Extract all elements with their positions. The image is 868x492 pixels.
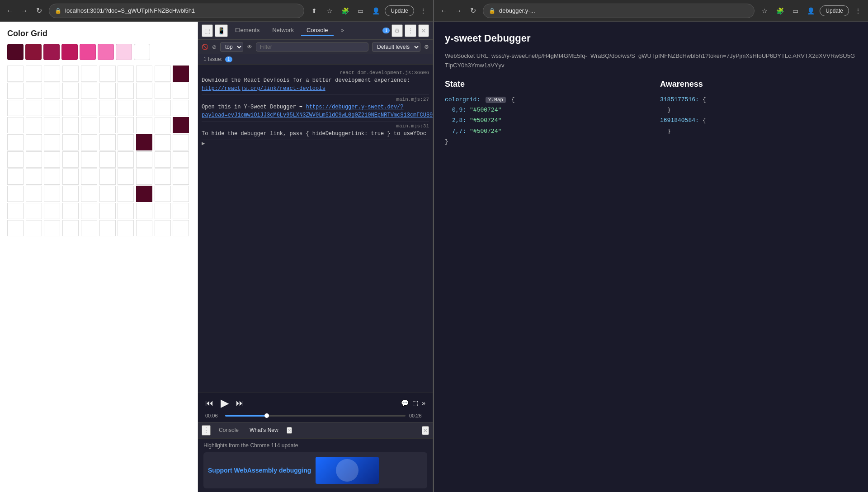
right-star-icon[interactable]: ☆ [758, 5, 771, 17]
grid-cell[interactable] [62, 220, 79, 236]
grid-cell[interactable] [44, 203, 60, 219]
grid-cell[interactable] [44, 169, 60, 185]
console-settings-icon[interactable]: ⚙ [424, 44, 429, 50]
share-icon[interactable]: ⬆ [308, 5, 321, 17]
tab-whats-new-close[interactable]: ✕ [287, 427, 292, 434]
grid-cell[interactable] [81, 66, 97, 82]
grid-cell[interactable] [173, 134, 189, 150]
tab-whats-new[interactable]: What's New [245, 425, 283, 436]
grid-cell[interactable] [118, 100, 134, 116]
device-icon[interactable]: 📱 [215, 24, 228, 37]
grid-cell[interactable] [26, 151, 42, 168]
grid-cell[interactable] [62, 134, 79, 150]
grid-cell[interactable] [44, 100, 60, 116]
swatch-dark-pink[interactable] [43, 44, 60, 60]
tab-more[interactable]: » [335, 25, 349, 36]
grid-cell[interactable] [136, 203, 152, 219]
grid-cell[interactable] [81, 220, 97, 236]
expand-arrow[interactable]: ▶ [202, 140, 429, 147]
grid-cell[interactable] [26, 186, 42, 202]
more-controls-button[interactable]: » [422, 399, 425, 407]
swatch-white[interactable] [134, 44, 150, 60]
grid-cell[interactable] [173, 151, 189, 168]
grid-cell[interactable] [155, 151, 171, 168]
tab-console[interactable]: Console [301, 25, 334, 36]
grid-cell[interactable] [26, 134, 42, 150]
grid-cell[interactable] [118, 83, 134, 99]
grid-cell[interactable] [118, 203, 134, 219]
refresh-button[interactable]: ↻ [33, 5, 45, 17]
grid-cell[interactable] [155, 169, 171, 185]
grid-cell[interactable] [44, 220, 60, 236]
grid-cell[interactable] [155, 100, 171, 116]
grid-cell[interactable] [26, 220, 42, 236]
grid-cell[interactable] [7, 83, 24, 99]
pip-button[interactable]: ⬚ [412, 399, 418, 407]
grid-cell[interactable] [155, 83, 171, 99]
tab-elements[interactable]: Elements [230, 25, 265, 36]
grid-cell[interactable] [26, 100, 42, 116]
grid-cell[interactable] [26, 203, 42, 219]
grid-cell-7-7[interactable] [136, 186, 152, 202]
eye-icon[interactable]: 👁 [247, 44, 252, 50]
grid-cell[interactable] [118, 117, 134, 133]
tab-network[interactable]: Network [267, 25, 299, 36]
play-button[interactable]: ▶ [221, 397, 229, 409]
grid-cell[interactable] [173, 186, 189, 202]
swatch-pink[interactable] [61, 44, 78, 60]
grid-cell[interactable] [155, 203, 171, 219]
grid-cell[interactable] [62, 66, 79, 82]
grid-cell[interactable] [62, 100, 79, 116]
grid-cell[interactable] [7, 186, 24, 202]
grid-cell[interactable] [7, 203, 24, 219]
close-panel-button[interactable]: ✕ [422, 426, 429, 435]
grid-cell[interactable] [62, 117, 79, 133]
grid-cell[interactable] [81, 151, 97, 168]
back-button[interactable]: ← [4, 5, 16, 17]
grid-cell[interactable] [62, 83, 79, 99]
grid-cell[interactable] [26, 169, 42, 185]
settings-icon[interactable]: ⚙ [392, 24, 403, 37]
grid-cell[interactable] [7, 100, 24, 116]
grid-cell[interactable] [26, 83, 42, 99]
right-update-button[interactable]: Update [820, 5, 849, 16]
right-refresh-button[interactable]: ↻ [467, 5, 479, 17]
swatch-maroon[interactable] [25, 44, 42, 60]
grid-cell[interactable] [173, 169, 189, 185]
right-back-button[interactable]: ← [438, 5, 450, 17]
profile-icon[interactable]: 👤 [369, 5, 382, 17]
grid-cell[interactable] [62, 186, 79, 202]
console-dots-menu[interactable]: ⋮ [202, 425, 211, 436]
grid-cell[interactable] [26, 117, 42, 133]
progress-bar[interactable] [225, 415, 406, 417]
grid-cell[interactable] [26, 66, 42, 82]
sidebar-icon[interactable]: ▭ [354, 5, 367, 17]
swatch-very-light-pink[interactable] [116, 44, 132, 60]
grid-cell[interactable] [44, 186, 60, 202]
grid-cell[interactable] [99, 169, 116, 185]
grid-cell[interactable] [118, 186, 134, 202]
grid-cell[interactable] [173, 203, 189, 219]
grid-cell[interactable] [118, 66, 134, 82]
debugger-link[interactable]: https://debugger.y-sweet.dev/?payload=ey… [202, 104, 433, 118]
grid-cell[interactable] [7, 117, 24, 133]
progress-thumb[interactable] [264, 413, 269, 418]
grid-cell[interactable] [81, 83, 97, 99]
grid-cell[interactable] [44, 66, 60, 82]
grid-cell[interactable] [99, 203, 116, 219]
right-forward-button[interactable]: → [452, 5, 465, 17]
grid-cell[interactable] [136, 66, 152, 82]
grid-cell[interactable] [173, 100, 189, 116]
devtools-link[interactable]: http://reactjs.org/link/react-devtools [202, 85, 326, 92]
grid-cell-3-9[interactable] [173, 117, 189, 133]
right-sidebar-icon[interactable]: ▭ [789, 5, 802, 17]
grid-cell[interactable] [136, 100, 152, 116]
swatch-dark-maroon[interactable] [7, 44, 24, 60]
grid-cell-4-7[interactable] [136, 134, 152, 150]
grid-cell[interactable] [81, 134, 97, 150]
rewind-button[interactable]: ⏮ [205, 398, 213, 408]
grid-cell[interactable] [99, 220, 116, 236]
tab-console-bottom[interactable]: Console [214, 425, 243, 436]
grid-cell[interactable] [7, 66, 24, 82]
right-extensions-icon[interactable]: 🧩 [774, 5, 786, 17]
